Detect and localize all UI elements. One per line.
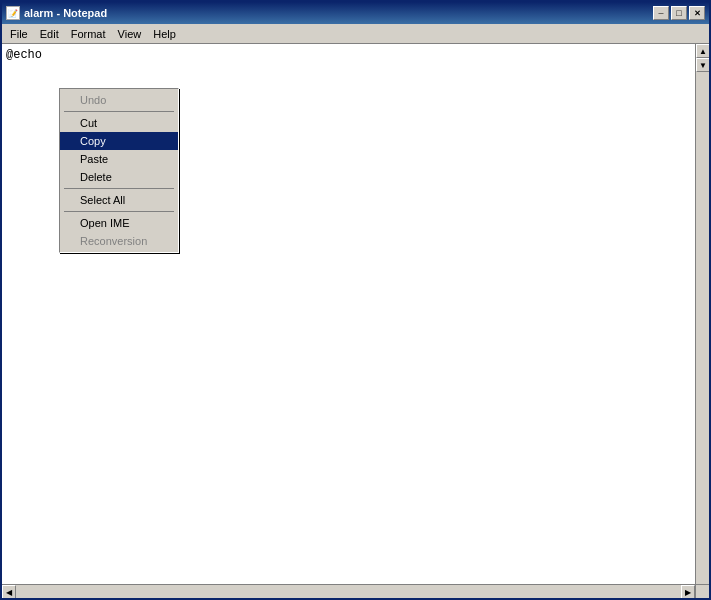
ctx-separator-3	[64, 211, 174, 212]
close-button[interactable]	[689, 6, 705, 20]
minimize-button[interactable]	[653, 6, 669, 20]
ctx-separator-1	[64, 111, 174, 112]
scrollbar-right-button[interactable]: ▶	[681, 585, 695, 598]
scrollbar-right: ▲ ▼	[695, 44, 709, 584]
scrollbar-down-button[interactable]: ▼	[696, 58, 709, 72]
ctx-paste[interactable]: Paste	[60, 150, 178, 168]
ctx-delete[interactable]: Delete	[60, 168, 178, 186]
context-menu: Undo Cut Copy Paste Delete Select All Op…	[59, 88, 179, 253]
maximize-button[interactable]	[671, 6, 687, 20]
ctx-open-ime[interactable]: Open IME	[60, 214, 178, 232]
menu-bar: File Edit Format View Help	[2, 24, 709, 44]
ctx-cut[interactable]: Cut	[60, 114, 178, 132]
scrollbar-horizontal: ◀ ▶	[2, 584, 695, 598]
menu-file[interactable]: File	[4, 26, 34, 42]
title-buttons	[653, 6, 705, 20]
editor-content: @echo	[6, 48, 49, 62]
scrollbar-left-button[interactable]: ◀	[2, 585, 16, 598]
notepad-window: 📝 alarm - Notepad File Edit Format View …	[0, 0, 711, 600]
menu-format[interactable]: Format	[65, 26, 112, 42]
ctx-separator-2	[64, 188, 174, 189]
scrollbar-horiz-track	[16, 585, 681, 598]
ctx-undo[interactable]: Undo	[60, 91, 178, 109]
title-bar: 📝 alarm - Notepad	[2, 2, 709, 24]
ctx-reconversion[interactable]: Reconversion	[60, 232, 178, 250]
title-bar-left: 📝 alarm - Notepad	[6, 6, 107, 20]
notepad-icon: 📝	[6, 6, 20, 20]
window-title: alarm - Notepad	[24, 7, 107, 19]
menu-view[interactable]: View	[112, 26, 148, 42]
editor-area[interactable]: @echo Undo Cut Copy Paste Delete Select …	[2, 44, 709, 598]
scrollbar-corner	[695, 584, 709, 598]
ctx-select-all[interactable]: Select All	[60, 191, 178, 209]
scrollbar-up-button[interactable]: ▲	[696, 44, 709, 58]
menu-help[interactable]: Help	[147, 26, 182, 42]
ctx-copy[interactable]: Copy	[60, 132, 178, 150]
menu-edit[interactable]: Edit	[34, 26, 65, 42]
